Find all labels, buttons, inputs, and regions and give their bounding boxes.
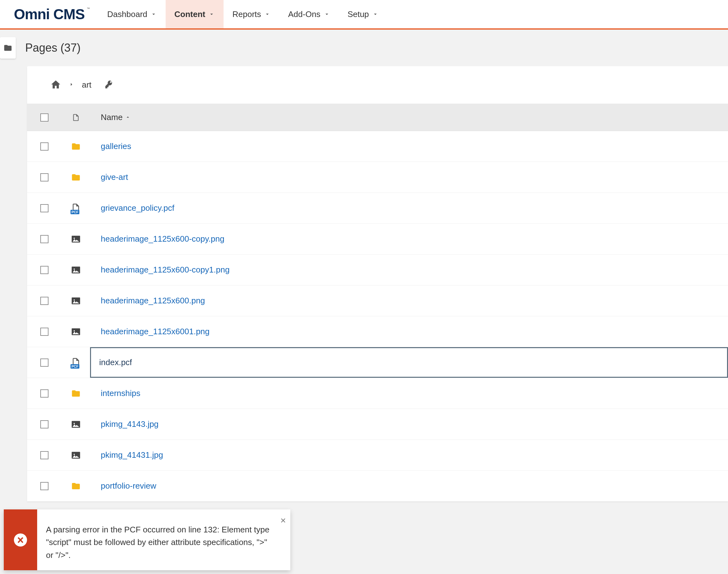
breadcrumb: art (27, 66, 728, 104)
rename-wrapper (90, 347, 728, 378)
table-row: headerimage_1125x600-copy1.png (27, 254, 728, 285)
row-type-cell (62, 327, 90, 337)
row-type-cell (62, 173, 90, 182)
row-name-cell: give-art (90, 172, 728, 182)
top-bar: Omni CMS™ DashboardContentReportsAdd-Ons… (0, 0, 728, 30)
page-header: Pages (37) (0, 30, 728, 66)
page-title: Pages (37) (25, 41, 81, 54)
table-row: headerimage_1125x6001.png (27, 316, 728, 347)
file-link[interactable]: headerimage_1125x6001.png (101, 327, 210, 336)
home-icon (50, 79, 61, 90)
file-link[interactable]: galleries (101, 141, 131, 151)
file-link[interactable]: give-art (101, 172, 128, 182)
image-icon (71, 296, 81, 306)
image-icon (71, 234, 81, 244)
table-header: Name (27, 104, 728, 131)
breadcrumb-home[interactable] (50, 79, 61, 91)
row-checkbox-cell (27, 328, 62, 336)
logo-text: Omni CMS (14, 6, 85, 23)
row-name-cell: galleries (90, 141, 728, 151)
nav-item-reports[interactable]: Reports (223, 0, 279, 28)
row-checkbox-cell (27, 451, 62, 459)
image-icon (71, 265, 81, 275)
file-link[interactable]: grievance_policy.pcf (101, 203, 174, 213)
nav-label: Dashboard (108, 9, 147, 19)
table-row: give-art (27, 162, 728, 193)
toast-close-button[interactable]: × (280, 513, 286, 528)
row-type-cell (62, 296, 90, 306)
row-checkbox[interactable] (40, 328, 48, 336)
logo: Omni CMS™ (14, 6, 85, 23)
row-name-cell: pkimg_4143.jpg (90, 419, 728, 429)
row-name-cell: headerimage_1125x600-copy.png (90, 234, 728, 244)
sort-asc-icon (125, 113, 131, 122)
nav-item-add-ons[interactable]: Add-Ons (279, 0, 339, 28)
chevron-down-icon (372, 11, 379, 17)
row-type-cell (62, 265, 90, 275)
toast-body: × A parsing error in the PCF occurred on… (37, 509, 290, 570)
row-checkbox[interactable] (40, 390, 48, 398)
table-row: internships (27, 378, 728, 409)
table-row: pkimg_41431.jpg (27, 440, 728, 471)
table-body: galleriesgive-artPCFgrievance_policy.pcf… (27, 131, 728, 501)
logo-tm: ™ (87, 7, 90, 10)
row-checkbox-cell (27, 142, 62, 151)
row-name-cell: internships (90, 388, 728, 398)
file-link[interactable]: portfolio-review (101, 481, 156, 491)
nav-item-dashboard[interactable]: Dashboard (98, 0, 166, 28)
row-checkbox[interactable] (40, 297, 48, 305)
side-collapse-tab[interactable] (0, 37, 16, 58)
file-link[interactable]: headerimage_1125x600-copy.png (101, 234, 224, 244)
row-type-cell (62, 234, 90, 244)
error-toast: × A parsing error in the PCF occurred on… (4, 509, 290, 570)
pcf-file-icon: PCF (71, 357, 81, 368)
row-checkbox[interactable] (40, 359, 48, 367)
table-row: portfolio-review (27, 471, 728, 501)
rename-input[interactable] (91, 358, 727, 367)
table-row: galleries (27, 131, 728, 162)
nav-item-setup[interactable]: Setup (339, 0, 387, 28)
row-checkbox[interactable] (40, 420, 48, 428)
nav-label: Setup (348, 9, 369, 19)
breadcrumb-access[interactable] (104, 80, 114, 90)
table-row: PCF (27, 347, 728, 378)
row-checkbox[interactable] (40, 266, 48, 274)
main-nav: DashboardContentReportsAdd-OnsSetup (98, 0, 387, 28)
column-type-header[interactable] (62, 113, 90, 122)
row-checkbox[interactable] (40, 204, 48, 212)
nav-item-content[interactable]: Content (166, 0, 223, 28)
column-checkbox-header[interactable] (27, 113, 62, 122)
file-link[interactable]: pkimg_41431.jpg (101, 450, 163, 460)
breadcrumb-separator (69, 82, 74, 88)
table-row: headerimage_1125x600-copy.png (27, 224, 728, 254)
row-name-cell: pkimg_41431.jpg (90, 450, 728, 460)
toast-message: A parsing error in the PCF occurred on l… (46, 525, 269, 560)
folder-icon (71, 142, 81, 151)
nav-label: Content (174, 9, 205, 19)
row-checkbox[interactable] (40, 235, 48, 243)
row-type-cell: PCF (62, 203, 90, 214)
row-checkbox-cell (27, 390, 62, 398)
row-checkbox[interactable] (40, 451, 48, 459)
row-checkbox[interactable] (40, 173, 48, 181)
chevron-right-icon (69, 82, 74, 87)
column-name-header[interactable]: Name (90, 113, 728, 122)
row-checkbox-cell (27, 235, 62, 243)
row-type-cell (62, 481, 90, 491)
row-name-cell: headerimage_1125x600.png (90, 296, 728, 305)
image-icon (71, 450, 81, 460)
row-name-cell: portfolio-review (90, 481, 728, 491)
file-link[interactable]: internships (101, 388, 140, 398)
column-name-label: Name (101, 113, 123, 122)
row-checkbox[interactable] (40, 482, 48, 490)
file-link[interactable]: headerimage_1125x600-copy1.png (101, 265, 229, 275)
file-link[interactable]: pkimg_4143.jpg (101, 419, 159, 429)
select-all-checkbox[interactable] (40, 113, 48, 122)
chevron-down-icon (151, 11, 157, 17)
row-checkbox-cell (27, 173, 62, 181)
chevron-down-icon (324, 11, 330, 17)
file-link[interactable]: headerimage_1125x600.png (101, 296, 205, 305)
toast-icon-area (4, 509, 37, 570)
row-checkbox[interactable] (40, 142, 48, 151)
breadcrumb-item[interactable]: art (82, 80, 91, 90)
